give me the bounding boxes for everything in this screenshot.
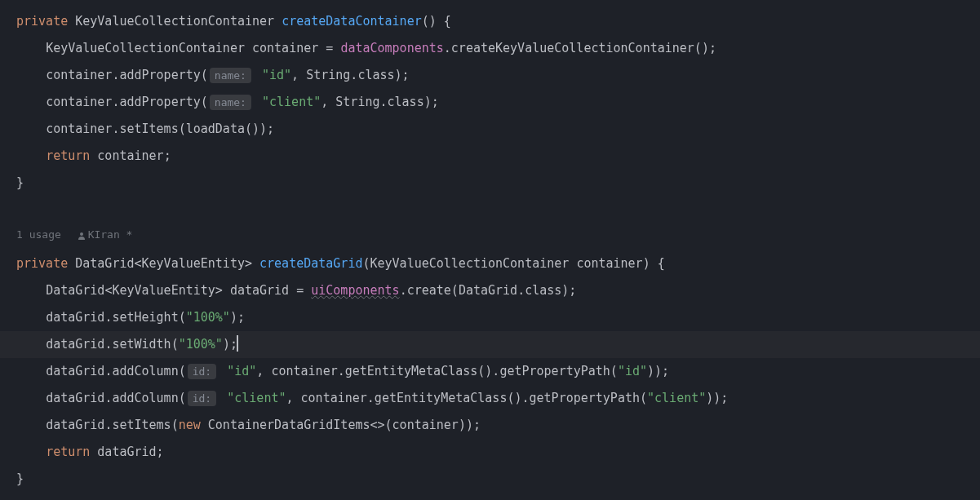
code-line[interactable]: dataGrid.addColumn(id: "client", contain… (16, 385, 980, 412)
person-icon (78, 232, 86, 240)
usage-hint-line[interactable]: 1 usage KIran * (16, 223, 980, 250)
method-name: createDataGrid (259, 256, 362, 271)
method-name: createDataContainer (282, 14, 422, 29)
author-name[interactable]: KIran * (88, 228, 133, 241)
field-ref: dataComponents (340, 41, 443, 55)
code-line[interactable]: dataGrid.addColumn(id: "id", container.g… (16, 358, 980, 385)
param-hint: name: (210, 95, 251, 110)
code-line[interactable]: } (16, 466, 980, 493)
param-hint: name: (210, 68, 251, 83)
param-hint: id: (188, 364, 216, 379)
code-line[interactable]: KeyValueCollectionContainer container = … (16, 35, 980, 62)
param-hint: id: (188, 391, 216, 406)
code-line-current[interactable]: dataGrid.setWidth("100%"); (0, 331, 980, 358)
code-line[interactable]: return dataGrid; (16, 439, 980, 466)
code-line[interactable]: container.setItems(loadData()); (16, 116, 980, 143)
code-line[interactable]: dataGrid.setItems(new ContainerDataGridI… (16, 412, 980, 439)
code-line[interactable]: dataGrid.setHeight("100%"); (16, 304, 980, 331)
keyword-private: private (16, 14, 68, 29)
svg-point-0 (80, 232, 83, 236)
blank-line[interactable] (16, 197, 980, 223)
text-cursor (237, 335, 238, 352)
code-line[interactable]: DataGrid<KeyValueEntity> dataGrid = uiCo… (16, 277, 980, 304)
code-line[interactable]: return container; (16, 143, 980, 170)
code-line[interactable]: private DataGrid<KeyValueEntity> createD… (16, 250, 980, 277)
field-ref-warning: uiComponents (311, 283, 399, 298)
usages-count[interactable]: 1 usage (16, 228, 61, 241)
code-line[interactable]: container.addProperty(name: "client", St… (16, 89, 980, 116)
code-line[interactable]: } (16, 170, 980, 197)
code-line[interactable]: private KeyValueCollectionContainer crea… (16, 8, 980, 35)
code-editor[interactable]: private KeyValueCollectionContainer crea… (0, 0, 980, 500)
return-type: KeyValueCollectionContainer (75, 14, 274, 29)
code-line[interactable]: container.addProperty(name: "id", String… (16, 62, 980, 89)
